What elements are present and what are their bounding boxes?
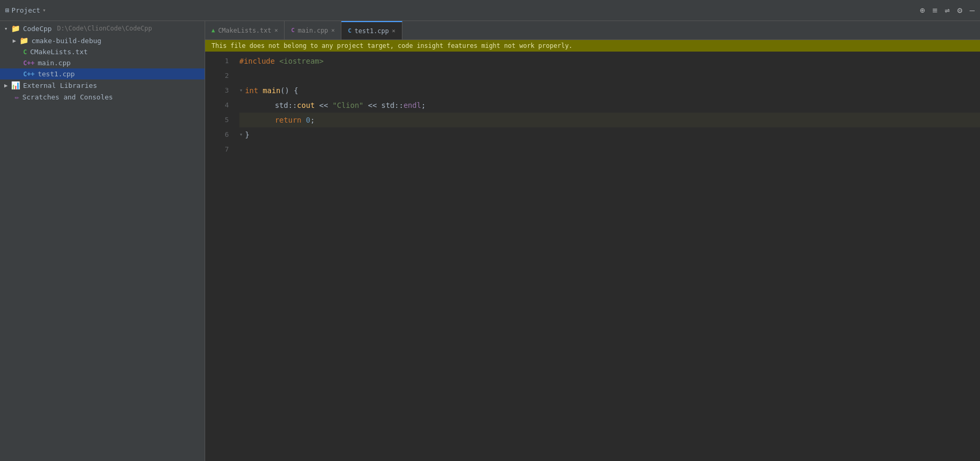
std-ns-1: std:: <box>275 98 297 113</box>
editor-area: ▲ CMakeLists.txt ✕ C main.cpp ✕ C test1.… <box>205 21 980 461</box>
test1-tab-label: test1.cpp <box>355 27 389 35</box>
scratch-icon: ✏ <box>15 93 19 101</box>
external-libraries-label: External Libraries <box>23 82 97 89</box>
return-keyword: return <box>275 113 301 127</box>
tab-main-cpp[interactable]: C main.cpp ✕ <box>285 21 341 39</box>
fold-icon-3[interactable]: ▾ <box>239 83 243 98</box>
warning-bar: This file does not belong to any project… <box>205 40 980 52</box>
tab-test1-cpp[interactable]: C test1.cpp ✕ <box>341 21 402 39</box>
lib-icon: 📊 <box>11 81 20 89</box>
tab-bar: ▲ CMakeLists.txt ✕ C main.cpp ✕ C test1.… <box>205 21 980 40</box>
settings-icon[interactable]: ⚙ <box>957 5 963 15</box>
cpp-test-icon: C++ <box>23 71 35 78</box>
project-label: Project <box>12 6 41 14</box>
line-num-1: 1 <box>205 54 229 68</box>
project-chevron[interactable]: ▾ <box>43 7 46 14</box>
top-bar: ⊞ Project ▾ ⊕ ≡ ⇌ ⚙ — <box>0 0 980 21</box>
main-tab-label: main.cpp <box>298 27 328 34</box>
code-line-3: ▾ int main() { <box>239 83 980 98</box>
line-numbers: 1 2 3 4 5 6 7 <box>205 52 234 461</box>
code-line-6: ▾ } <box>239 127 980 142</box>
folder-icon: 📁 <box>19 36 28 45</box>
sidebar-item-main-cpp[interactable]: C++ main.cpp <box>0 57 205 68</box>
include-keyword: #include <box>239 54 275 68</box>
project-title[interactable]: ⊞ Project ▾ <box>5 6 46 14</box>
line-num-6: 6 <box>205 127 229 142</box>
root-folder-icon: 📁 <box>11 24 20 33</box>
fold-icon-6[interactable]: ▾ <box>239 127 243 142</box>
cmake-tab-label: CMakeLists.txt <box>218 27 271 34</box>
root-chevron[interactable]: ▾ <box>4 25 8 32</box>
sidebar: ▾ 📁 CodeCpp D:\Code\ClionCode\CodeCpp ▶ … <box>0 21 205 461</box>
tab-cmakelists[interactable]: ▲ CMakeLists.txt ✕ <box>205 21 285 39</box>
cpp-main-icon: C++ <box>23 59 35 67</box>
endl-method: endl <box>403 98 421 113</box>
line-num-5: 5 <box>205 113 229 127</box>
cout-method: cout <box>297 98 315 113</box>
project-root-path: D:\Code\ClionCode\CodeCpp <box>57 25 152 32</box>
semicolon-5: ; <box>310 113 315 127</box>
code-line-2 <box>239 68 980 83</box>
line-num-4: 4 <box>205 98 229 113</box>
minimize-icon[interactable]: — <box>969 5 975 15</box>
ext-lib-chevron: ▶ <box>4 82 8 89</box>
line-num-7: 7 <box>205 142 229 157</box>
open-paren: () <box>280 83 289 98</box>
cmake-tab-close[interactable]: ✕ <box>275 27 278 34</box>
op2: << <box>363 98 381 113</box>
line-num-3: 3 <box>205 83 229 98</box>
std-ns-2: std:: <box>381 98 403 113</box>
int-keyword: int <box>245 83 258 98</box>
sidebar-item-cmake-build-debug[interactable]: ▶ 📁 cmake-build-debug <box>0 35 205 46</box>
code-line-7 <box>239 142 980 157</box>
main-cpp-label: main.cpp <box>38 59 71 67</box>
test1-cpp-label: test1.cpp <box>38 70 75 78</box>
code-content[interactable]: #include <iostream> ▾ int main() { std::… <box>234 52 980 461</box>
sidebar-item-cmakelists[interactable]: C CMakeLists.txt <box>0 46 205 57</box>
close-brace: } <box>245 127 249 142</box>
collapse-icon[interactable]: ⇌ <box>945 5 950 15</box>
string-literal: "Clion" <box>332 98 363 113</box>
test1-tab-close[interactable]: ✕ <box>392 27 396 34</box>
open-brace: { <box>294 83 298 98</box>
sidebar-item-external-libraries[interactable]: ▶ 📊 External Libraries <box>0 79 205 91</box>
top-bar-icons: ⊕ ≡ ⇌ ⚙ — <box>920 5 975 15</box>
code-editor[interactable]: 1 2 3 4 5 6 7 #include <iostream> <box>205 52 980 461</box>
code-line-5: return 0; <box>239 113 980 127</box>
op1: << <box>315 98 332 113</box>
line-num-2: 2 <box>205 68 229 83</box>
cmake-build-debug-label: cmake-build-debug <box>32 37 102 45</box>
crosshair-icon[interactable]: ⊕ <box>920 5 925 15</box>
warning-message: This file does not belong to any project… <box>211 42 572 49</box>
main-tab-icon: C <box>291 27 295 34</box>
zero-literal: 0 <box>306 113 310 127</box>
main-function: main <box>262 83 280 98</box>
cmakelists-label: CMakeLists.txt <box>30 48 88 56</box>
iostream-lib: <iostream> <box>279 54 324 68</box>
align-icon[interactable]: ≡ <box>932 5 937 15</box>
main-tab-close[interactable]: ✕ <box>331 27 335 34</box>
cmake-tab-icon: ▲ <box>211 27 215 34</box>
project-root: ▾ 📁 CodeCpp D:\Code\ClionCode\CodeCpp <box>0 22 205 35</box>
top-bar-left: ⊞ Project ▾ <box>5 6 46 14</box>
semicolon-4: ; <box>421 98 426 113</box>
main-layout: ▾ 📁 CodeCpp D:\Code\ClionCode\CodeCpp ▶ … <box>0 21 980 461</box>
cmake-file-icon: C <box>23 48 27 56</box>
sidebar-item-scratches[interactable]: ✏ Scratches and Consoles <box>0 91 205 103</box>
scratches-label: Scratches and Consoles <box>22 93 113 101</box>
test1-tab-icon: C <box>348 27 351 34</box>
sidebar-item-test1-cpp[interactable]: C++ test1.cpp <box>0 68 205 79</box>
project-root-label: CodeCpp <box>23 25 52 33</box>
code-line-1: #include <iostream> <box>239 54 980 68</box>
code-line-4: std::cout << "Clion" << std::endl; <box>239 98 980 113</box>
folder-chevron: ▶ <box>13 37 16 44</box>
